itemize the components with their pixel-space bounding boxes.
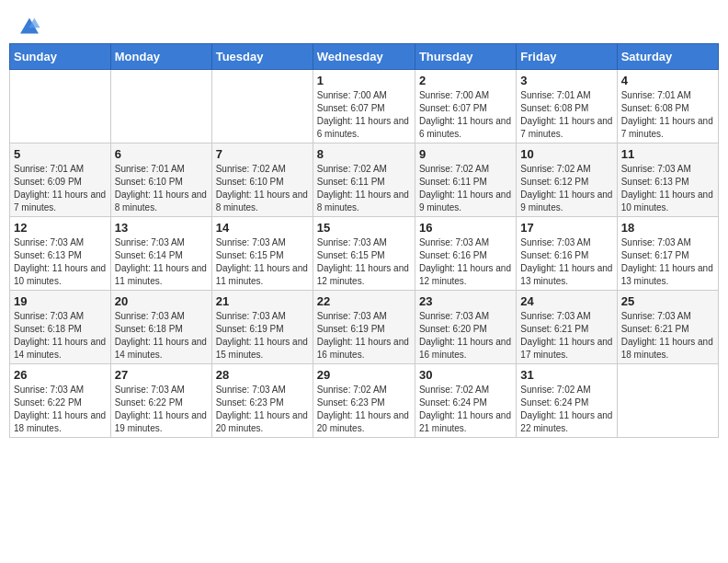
calendar-cell: 9Sunrise: 7:02 AMSunset: 6:11 PMDaylight…: [415, 144, 516, 217]
day-number: 21: [216, 294, 309, 308]
day-info: Sunrise: 7:03 AMSunset: 6:22 PMDaylight:…: [14, 384, 107, 435]
day-info: Sunrise: 7:03 AMSunset: 6:17 PMDaylight:…: [621, 236, 714, 288]
day-info: Sunrise: 7:03 AMSunset: 6:23 PMDaylight:…: [216, 384, 309, 435]
calendar-cell: 12Sunrise: 7:03 AMSunset: 6:13 PMDayligh…: [10, 217, 111, 291]
calendar-week-5: 26Sunrise: 7:03 AMSunset: 6:22 PMDayligh…: [10, 364, 719, 438]
calendar-cell: 24Sunrise: 7:03 AMSunset: 6:21 PMDayligh…: [517, 291, 617, 364]
calendar-week-3: 12Sunrise: 7:03 AMSunset: 6:13 PMDayligh…: [10, 217, 719, 291]
calendar-week-2: 5Sunrise: 7:01 AMSunset: 6:09 PMDaylight…: [10, 144, 719, 217]
day-number: 25: [621, 294, 714, 308]
calendar-cell: 13Sunrise: 7:03 AMSunset: 6:14 PMDayligh…: [110, 217, 211, 291]
calendar-cell: 16Sunrise: 7:03 AMSunset: 6:16 PMDayligh…: [415, 217, 516, 291]
day-number: 11: [621, 147, 714, 161]
weekday-sunday: Sunday: [10, 44, 111, 70]
day-info: Sunrise: 7:02 AMSunset: 6:11 PMDaylight:…: [419, 163, 512, 214]
calendar-cell: [211, 70, 313, 144]
day-number: 29: [317, 368, 411, 382]
day-number: 8: [317, 147, 411, 161]
day-info: Sunrise: 7:00 AMSunset: 6:07 PMDaylight:…: [317, 89, 411, 141]
day-number: 18: [621, 221, 714, 235]
calendar-table: SundayMondayTuesdayWednesdayThursdayFrid…: [9, 43, 719, 438]
day-number: 28: [216, 368, 309, 382]
day-info: Sunrise: 7:01 AMSunset: 6:09 PMDaylight:…: [14, 163, 107, 214]
day-number: 16: [419, 221, 512, 235]
day-info: Sunrise: 7:01 AMSunset: 6:08 PMDaylight:…: [621, 89, 714, 141]
calendar-cell: 10Sunrise: 7:02 AMSunset: 6:12 PMDayligh…: [517, 144, 617, 217]
calendar-body: 1Sunrise: 7:00 AMSunset: 6:07 PMDaylight…: [10, 70, 719, 438]
day-info: Sunrise: 7:02 AMSunset: 6:24 PMDaylight:…: [419, 384, 512, 435]
day-number: 27: [115, 368, 208, 382]
day-info: Sunrise: 7:03 AMSunset: 6:16 PMDaylight:…: [419, 236, 512, 288]
day-info: Sunrise: 7:03 AMSunset: 6:15 PMDaylight:…: [216, 236, 309, 288]
calendar-cell: 30Sunrise: 7:02 AMSunset: 6:24 PMDayligh…: [415, 364, 516, 438]
day-number: 10: [520, 147, 612, 161]
day-info: Sunrise: 7:01 AMSunset: 6:08 PMDaylight:…: [520, 89, 612, 141]
calendar-cell: [10, 70, 111, 144]
day-number: 9: [419, 147, 512, 161]
page-header: [9, 9, 719, 40]
calendar-cell: 6Sunrise: 7:01 AMSunset: 6:10 PMDaylight…: [110, 144, 211, 217]
weekday-friday: Friday: [517, 44, 617, 70]
day-info: Sunrise: 7:03 AMSunset: 6:22 PMDaylight:…: [115, 384, 208, 435]
day-number: 19: [14, 294, 107, 308]
calendar-cell: [617, 364, 718, 438]
calendar-week-4: 19Sunrise: 7:03 AMSunset: 6:18 PMDayligh…: [10, 291, 719, 364]
calendar-cell: 18Sunrise: 7:03 AMSunset: 6:17 PMDayligh…: [617, 217, 718, 291]
day-number: 15: [317, 221, 411, 235]
day-number: 26: [14, 368, 107, 382]
day-info: Sunrise: 7:01 AMSunset: 6:10 PMDaylight:…: [115, 163, 208, 214]
day-info: Sunrise: 7:02 AMSunset: 6:23 PMDaylight:…: [317, 384, 411, 435]
day-info: Sunrise: 7:03 AMSunset: 6:20 PMDaylight:…: [419, 310, 512, 362]
day-number: 23: [419, 294, 512, 308]
logo: [18, 17, 44, 35]
calendar-cell: 8Sunrise: 7:02 AMSunset: 6:11 PMDaylight…: [313, 144, 415, 217]
day-number: 1: [317, 74, 411, 87]
calendar-cell: 29Sunrise: 7:02 AMSunset: 6:23 PMDayligh…: [313, 364, 415, 438]
day-info: Sunrise: 7:03 AMSunset: 6:15 PMDaylight:…: [317, 236, 411, 288]
day-info: Sunrise: 7:03 AMSunset: 6:14 PMDaylight:…: [115, 236, 208, 288]
day-number: 5: [14, 147, 107, 161]
logo-icon: [18, 17, 40, 35]
calendar-cell: 22Sunrise: 7:03 AMSunset: 6:19 PMDayligh…: [313, 291, 415, 364]
day-number: 31: [520, 368, 612, 382]
day-info: Sunrise: 7:02 AMSunset: 6:11 PMDaylight:…: [317, 163, 411, 214]
day-number: 20: [115, 294, 208, 308]
calendar-cell: 1Sunrise: 7:00 AMSunset: 6:07 PMDaylight…: [313, 70, 415, 144]
day-number: 4: [621, 74, 714, 87]
calendar-cell: 19Sunrise: 7:03 AMSunset: 6:18 PMDayligh…: [10, 291, 111, 364]
day-number: 24: [520, 294, 612, 308]
calendar-cell: 3Sunrise: 7:01 AMSunset: 6:08 PMDaylight…: [517, 70, 617, 144]
calendar-cell: 2Sunrise: 7:00 AMSunset: 6:07 PMDaylight…: [415, 70, 516, 144]
day-number: 17: [520, 221, 612, 235]
day-number: 7: [216, 147, 309, 161]
weekday-wednesday: Wednesday: [313, 44, 415, 70]
calendar-cell: 5Sunrise: 7:01 AMSunset: 6:09 PMDaylight…: [10, 144, 111, 217]
day-info: Sunrise: 7:03 AMSunset: 6:18 PMDaylight:…: [115, 310, 208, 362]
calendar-cell: [110, 70, 211, 144]
weekday-tuesday: Tuesday: [211, 44, 313, 70]
day-info: Sunrise: 7:03 AMSunset: 6:19 PMDaylight:…: [216, 310, 309, 362]
calendar-week-1: 1Sunrise: 7:00 AMSunset: 6:07 PMDaylight…: [10, 70, 719, 144]
weekday-thursday: Thursday: [415, 44, 516, 70]
day-number: 12: [14, 221, 107, 235]
calendar-cell: 7Sunrise: 7:02 AMSunset: 6:10 PMDaylight…: [211, 144, 313, 217]
day-info: Sunrise: 7:02 AMSunset: 6:12 PMDaylight:…: [520, 163, 612, 214]
day-number: 2: [419, 74, 512, 87]
day-number: 6: [115, 147, 208, 161]
calendar-cell: 27Sunrise: 7:03 AMSunset: 6:22 PMDayligh…: [110, 364, 211, 438]
day-info: Sunrise: 7:03 AMSunset: 6:21 PMDaylight:…: [621, 310, 714, 362]
calendar-cell: 11Sunrise: 7:03 AMSunset: 6:13 PMDayligh…: [617, 144, 718, 217]
calendar-cell: 23Sunrise: 7:03 AMSunset: 6:20 PMDayligh…: [415, 291, 516, 364]
day-info: Sunrise: 7:03 AMSunset: 6:16 PMDaylight:…: [520, 236, 612, 288]
day-info: Sunrise: 7:00 AMSunset: 6:07 PMDaylight:…: [419, 89, 512, 141]
day-info: Sunrise: 7:02 AMSunset: 6:10 PMDaylight:…: [216, 163, 309, 214]
calendar-cell: 25Sunrise: 7:03 AMSunset: 6:21 PMDayligh…: [617, 291, 718, 364]
calendar-cell: 26Sunrise: 7:03 AMSunset: 6:22 PMDayligh…: [10, 364, 111, 438]
day-info: Sunrise: 7:03 AMSunset: 6:13 PMDaylight:…: [621, 163, 714, 214]
day-info: Sunrise: 7:03 AMSunset: 6:13 PMDaylight:…: [14, 236, 107, 288]
weekday-monday: Monday: [110, 44, 211, 70]
weekday-saturday: Saturday: [617, 44, 718, 70]
calendar-cell: 28Sunrise: 7:03 AMSunset: 6:23 PMDayligh…: [211, 364, 313, 438]
day-info: Sunrise: 7:03 AMSunset: 6:19 PMDaylight:…: [317, 310, 411, 362]
calendar-cell: 20Sunrise: 7:03 AMSunset: 6:18 PMDayligh…: [110, 291, 211, 364]
